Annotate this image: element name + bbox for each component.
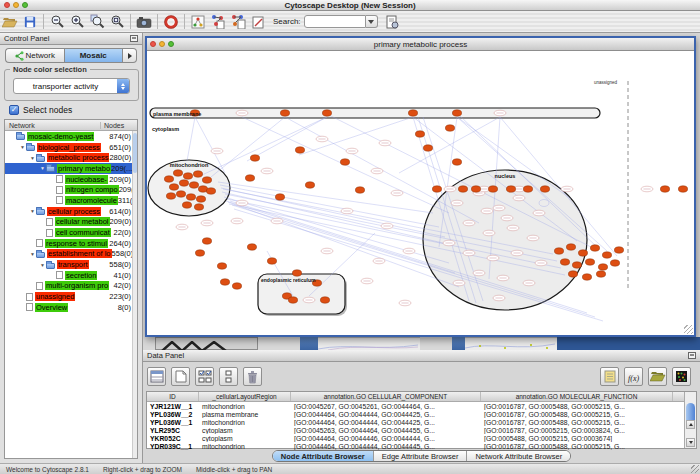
tree-row-nucleobase-[interactable]: nucleobase-209(0) [5, 174, 137, 185]
expander-icon[interactable]: ▼ [39, 260, 46, 270]
toolbar-separator [184, 14, 185, 29]
expander-icon[interactable]: ▼ [29, 249, 36, 259]
table-row-YKR052C[interactable]: YKR052Ccytoplasm[GO:0044464, GO:0044446,… [147, 434, 696, 442]
background-window-edge[interactable] [300, 337, 318, 350]
tree-row-establishment-of-lo[interactable]: ▼establishment of lo558(0) [5, 249, 137, 260]
help-button[interactable] [161, 13, 181, 31]
zoom-out-button[interactable] [47, 13, 67, 31]
float-panel-icon[interactable] [688, 352, 696, 359]
tab-network-attribute-browser[interactable]: Network Attribute Browser [467, 451, 570, 461]
scroll-down-button[interactable] [686, 438, 695, 447]
window-controls [4, 2, 28, 8]
zoom-window-icon[interactable] [22, 2, 28, 8]
float-panel-icon[interactable] [130, 35, 138, 42]
file-icon [56, 186, 63, 194]
toolbar-separator [43, 14, 44, 29]
tree-row-label: unassigned [35, 292, 75, 301]
background-network-window[interactable] [465, 337, 557, 350]
tree-scrollbar-thumb[interactable] [133, 133, 137, 173]
table-row-YLR295C[interactable]: YLR295Ccytoplasm[GO:0045263, GO:0044464,… [147, 426, 696, 434]
column-header-region[interactable]: _cellularLayoutRegion [199, 392, 291, 401]
import-attributes-button[interactable] [648, 367, 667, 386]
snapshot-button[interactable] [134, 13, 154, 31]
tab-edge-attribute-browser[interactable]: Edge Attribute Browser [374, 451, 468, 461]
network-view-titlebar[interactable]: primary metabolic process [147, 38, 694, 51]
search-dropdown-button[interactable] [366, 15, 378, 28]
column-header-molecular-function[interactable]: annotation.GO MOLECULAR_FUNCTION [481, 392, 673, 401]
window-resize-grip[interactable] [684, 325, 693, 334]
app-resize-grip[interactable] [691, 465, 699, 473]
arrow-down-icon [689, 441, 693, 444]
expander-icon[interactable]: ▼ [39, 163, 46, 173]
expander-icon[interactable]: ▼ [29, 206, 36, 216]
tree-row-secretion[interactable]: secretion41(0) [5, 270, 137, 281]
search-input[interactable] [304, 15, 366, 28]
open-session-button[interactable] [0, 13, 20, 31]
zoom-fit-button[interactable] [107, 13, 127, 31]
tree-row-unassigned[interactable]: unassigned223(0) [5, 291, 137, 302]
tree-row-cellular-process[interactable]: ▼cellular process614(0) [5, 206, 137, 217]
tree-row-primary-metabo[interactable]: ▼primary metabo209(... [5, 163, 137, 174]
search-settings-button[interactable] [382, 13, 402, 31]
network-manager-button[interactable] [188, 13, 208, 31]
close-icon[interactable] [4, 2, 10, 8]
tree-row-metabolic-process[interactable]: ▼metabolic process280(0) [5, 152, 137, 163]
tree-row-overview[interactable]: Overview8(0) [5, 302, 137, 313]
background-overview-window[interactable] [155, 337, 258, 350]
new-attribute-button[interactable] [171, 367, 190, 386]
background-network-window[interactable] [318, 337, 420, 350]
window-titlebar[interactable]: Cytoscape Desktop (New Session) [0, 0, 700, 11]
tree-row-mosaic-demo-yeast[interactable]: mosaic-demo-yeast874(0) [5, 131, 137, 142]
nodes-column-header[interactable]: Nodes [100, 122, 137, 129]
zoom-window-icon[interactable] [168, 41, 174, 47]
matrix-view-button[interactable] [672, 367, 691, 386]
zoom-in-button[interactable] [67, 13, 87, 31]
network-column-header[interactable]: Network [5, 122, 100, 129]
table-scrollbar[interactable] [684, 392, 696, 448]
tree-row-response-to-stimul[interactable]: response to stimul264(0) [5, 238, 137, 249]
tree-row-transport[interactable]: ▼transport558(0) [5, 259, 137, 270]
save-session-button[interactable] [20, 13, 40, 31]
background-window-edge[interactable] [557, 337, 700, 350]
column-header-id[interactable]: ID [147, 392, 199, 401]
network-canvas[interactable]: plasma membrane cytoplasm mitochondrion … [147, 51, 694, 335]
zoom-selected-button[interactable] [87, 13, 107, 31]
table-row-YPL036W__1[interactable]: YPL036W__1mitochondrion[GO:0044464, GO:0… [147, 418, 696, 426]
minimize-icon[interactable] [159, 41, 165, 47]
tab-network[interactable]: Network [5, 48, 64, 63]
minimize-icon[interactable] [13, 2, 19, 8]
tab-node-attribute-browser[interactable]: Node Attribute Browser [273, 451, 374, 461]
select-attributes-button[interactable] [147, 367, 166, 386]
annotation-button[interactable] [248, 13, 268, 31]
tree-row-nitrogen-compo[interactable]: nitrogen compo209(0) [5, 184, 137, 195]
table-cell: YLR295C [147, 427, 199, 434]
tab-overflow-button[interactable] [123, 48, 137, 63]
vizmapper-alt-button[interactable] [228, 13, 248, 31]
delete-attribute-button[interactable] [243, 367, 262, 386]
tree-scrollbar[interactable] [132, 131, 137, 458]
tree-row-cell-communicat[interactable]: cell communicat22(0) [5, 227, 137, 238]
attribute-function-button[interactable]: f(x) [624, 367, 643, 386]
background-window-edge[interactable] [452, 337, 465, 350]
file-icon [56, 175, 63, 183]
tab-mosaic[interactable]: Mosaic [64, 48, 124, 63]
vizmapper-button[interactable] [208, 13, 228, 31]
table-cell: YPL036W__2 [147, 411, 199, 418]
column-header-cellular-component[interactable]: annotation.GO CELLULAR_COMPONENT [291, 392, 481, 401]
tree-row-cellular-metabol[interactable]: cellular metabol209(0) [5, 217, 137, 228]
table-row-YJR121W__1[interactable]: YJR121W__1mitochondrion[GO:0045267, GO:0… [147, 402, 696, 410]
network-view-window[interactable]: primary metabolic process plas [145, 36, 696, 337]
node-color-dropdown[interactable]: transporter activity [13, 78, 130, 94]
table-row-YPL036W__2[interactable]: YPL036W__2plasma membrane[GO:0044464, GO… [147, 410, 696, 418]
expander-icon[interactable]: ▼ [29, 153, 36, 163]
scroll-up-button[interactable] [686, 420, 695, 429]
select-nodes-checkbox[interactable]: ✓ [9, 105, 19, 115]
select-all-attributes-button[interactable] [195, 367, 214, 386]
close-icon[interactable] [150, 41, 156, 47]
unselect-all-attributes-button[interactable] [219, 367, 238, 386]
tree-row-macromolecule[interactable]: macromolecule311(0) [5, 195, 137, 206]
tree-row-multi-organism-pro[interactable]: multi-organism pro42(0) [5, 281, 137, 292]
tree-row-biological-process[interactable]: ▼biological_process651(0) [5, 142, 137, 153]
expander-icon[interactable]: ▼ [19, 142, 26, 152]
attribute-notes-button[interactable] [600, 367, 619, 386]
